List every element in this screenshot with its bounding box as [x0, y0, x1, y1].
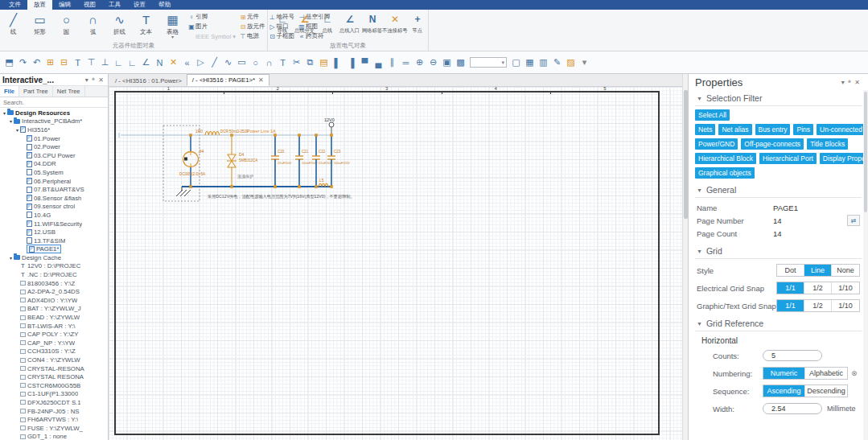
align-right-icon[interactable]: ▐ — [344, 56, 358, 69]
menu-item-工具[interactable]: 工具 — [102, 0, 127, 10]
net-label-icon[interactable]: N — [153, 56, 167, 69]
filter-chip-un-connected-pins[interactable]: Un-connected pins — [817, 124, 868, 135]
tree-item[interactable]: 12.USB — [0, 228, 108, 236]
tree-item[interactable]: ▾Design Resources — [0, 109, 108, 117]
polyline-icon[interactable]: ∿ — [221, 56, 235, 69]
align-top-icon[interactable]: ▀ — [358, 56, 372, 69]
menu-item-文件[interactable]: 文件 — [2, 0, 27, 10]
menu-item-设置[interactable]: 设置 — [127, 0, 152, 10]
power-tool[interactable]: ⊤电源 — [239, 31, 265, 41]
document-tab[interactable]: / - <HI3516 : 01.Power> — [110, 76, 187, 86]
text2-icon[interactable]: T — [276, 56, 290, 69]
power-icon[interactable]: ⊤ — [84, 56, 98, 69]
properties-scrollbar[interactable] — [863, 90, 868, 440]
graphic-text-grid-snap-option-1-2[interactable]: 1/2 — [804, 300, 832, 311]
tree-item[interactable]: DFXJ6250CDT S.1 — [0, 398, 108, 407]
tree-expander-icon[interactable]: ▾ — [8, 118, 14, 124]
rect-icon[interactable]: ▭ — [235, 56, 249, 69]
circle-tool[interactable]: ○圆 — [53, 12, 80, 39]
tree-item[interactable]: FH6ARVTWS : Y:\ — [0, 415, 108, 424]
tree-item[interactable]: 10.4G — [0, 211, 108, 220]
tree-item[interactable]: 07.BT&UART&VS — [0, 185, 108, 194]
tree-item[interactable]: BAT : Y:\ZYWLW_J — [0, 305, 108, 314]
tree-item[interactable]: CAP_NP : Y:\YW — [0, 339, 108, 347]
align-bottom-icon[interactable]: ▄ — [372, 56, 385, 69]
polyline-tool[interactable]: ∿折线 — [106, 12, 133, 39]
distribute-v-icon[interactable]: ═ — [399, 56, 413, 69]
document-tab[interactable]: / - <HI3516 : PAGE1>*✕ — [187, 74, 269, 86]
panel-pin-icon[interactable]: ⌖ — [846, 78, 854, 86]
graphic-text-grid-snap-option-1-1[interactable]: 1/1 — [777, 300, 804, 311]
bus-tool[interactable]: ∟总线 — [316, 13, 339, 35]
component-tool[interactable]: ⊞元件 — [239, 12, 265, 22]
tree-item[interactable]: FUSE : Y:\ZYWLW_ — [0, 424, 108, 433]
tree-item[interactable]: ▾HI3516* — [0, 125, 108, 134]
tree-item[interactable]: C1-1UF(P1.33000 — [0, 390, 108, 399]
filter-chip-pins[interactable]: Pins — [793, 124, 813, 135]
rect-tool[interactable]: ▭矩形 — [27, 12, 53, 39]
tree-item[interactable]: CCH3310S : Y:\Z — [0, 347, 108, 356]
bus-icon[interactable]: ∟ — [125, 56, 139, 69]
filter-chip-graphical-objects[interactable]: Graphical objects — [695, 167, 755, 179]
tree-item[interactable]: CAP POLY : Y:\ZY — [0, 330, 108, 339]
tree-item[interactable]: 03.CPU Power — [0, 151, 108, 160]
scrollbar-thumb[interactable] — [864, 92, 867, 212]
tree-item[interactable]: GDT_1 : none — [0, 433, 108, 440]
line-icon[interactable]: ╱ — [208, 56, 221, 69]
h-numbering-option-alphabetic[interactable]: Alphabetic — [805, 368, 847, 379]
text-tool[interactable]: T文本 — [133, 12, 159, 39]
menu-item-帮助[interactable]: 帮助 — [152, 0, 177, 10]
style-option-none[interactable]: None — [832, 265, 859, 276]
table-icon[interactable]: ▥ — [537, 56, 550, 69]
tvs-diode-symbol[interactable] — [227, 135, 237, 187]
tree-item[interactable]: 09.sensor ctrol — [0, 203, 108, 212]
filter-chip-power-gnd[interactable]: Power/GND — [695, 138, 738, 150]
filter-chip-off-page-connects[interactable]: Off-page-connects — [741, 138, 804, 150]
redo-icon[interactable]: ↷ — [16, 56, 30, 69]
junction-tool[interactable]: +节点 — [406, 13, 429, 35]
tree-item[interactable]: 05.System — [0, 168, 108, 177]
ground-icon[interactable]: ⊥ — [98, 56, 112, 69]
tree-item[interactable]: ▾Interactive_PCBAdm* — [0, 117, 108, 126]
tree-item[interactable]: T12V0 : D:\PROJEC — [0, 262, 108, 271]
zoom-in-icon[interactable]: ⊕ — [413, 56, 426, 69]
graphic-text-grid-snap-option-1-10[interactable]: 1/10 — [832, 300, 859, 311]
arc-tool[interactable]: ∩弧 — [80, 12, 106, 39]
capacitor-symbol[interactable]: C21100nF/50V — [295, 135, 318, 187]
filter-chip-title-blocks[interactable]: Title Blocks — [807, 138, 848, 150]
zoom-region-icon[interactable]: ▩ — [454, 56, 467, 69]
filter-chip-display-properties[interactable]: Display Properties — [820, 153, 868, 164]
panel-close-icon[interactable]: ✕ — [97, 76, 105, 84]
electrical-grid-snap-option-1-10[interactable]: 1/10 — [832, 282, 859, 294]
canvas-vertical-scrollbar[interactable] — [682, 74, 688, 440]
section-general[interactable]: ▼General — [689, 182, 868, 196]
tab-file[interactable]: File — [0, 86, 19, 97]
page-number-button[interactable]: ⇄ — [847, 215, 860, 226]
paste-icon[interactable]: ▤ — [317, 56, 331, 69]
filter-chip-hierarchical-port[interactable]: Hierarchical Port — [759, 153, 817, 164]
tab-close-icon[interactable]: ✕ — [258, 76, 264, 84]
tree-expander-icon[interactable]: ▾ — [14, 127, 20, 133]
tree-item[interactable]: 11.WIFI&Security — [0, 220, 108, 228]
ferrite-bead-top[interactable] — [205, 132, 220, 136]
style-option-dot[interactable]: Dot — [777, 265, 804, 276]
text-icon[interactable]: T — [71, 56, 84, 69]
more-icon[interactable]: ▾ — [578, 56, 591, 69]
stamp-icon[interactable]: ▨ — [564, 56, 578, 69]
line-tool[interactable]: ╱线 — [0, 12, 27, 39]
style-option-line[interactable]: Line — [804, 265, 832, 276]
filter-chip-net-alias[interactable]: Net alias — [718, 124, 751, 135]
filter-chip-hierarchical-block[interactable]: Hierarchical Block — [695, 153, 756, 164]
filter-chip-nets[interactable]: Nets — [695, 124, 715, 135]
bus-entry-tool[interactable]: ∠总线入口 — [339, 13, 361, 35]
horizontal-counts-input[interactable]: 5 — [763, 350, 822, 361]
tree-item[interactable]: CON4 : Y:\ZYWLW — [0, 356, 108, 364]
copy-icon[interactable]: ⧉ — [303, 56, 317, 69]
h-numbering-option-numeric[interactable]: Numeric — [763, 368, 805, 379]
tree-item[interactable]: BT-LWIS-AR : Y:\ — [0, 322, 108, 331]
schematic-canvas[interactable]: 12345 J4 DC005(2.0)-5A 1R0 DCR:50mΩ-2520… — [109, 87, 682, 440]
zoom-out-icon[interactable]: ⊖ — [426, 56, 440, 69]
zoom-fit-icon[interactable]: ▣ — [440, 56, 454, 69]
panel-dropdown-icon[interactable]: ▾ — [84, 76, 90, 84]
tree-item[interactable]: CRYSTAL RESONA — [0, 372, 108, 381]
